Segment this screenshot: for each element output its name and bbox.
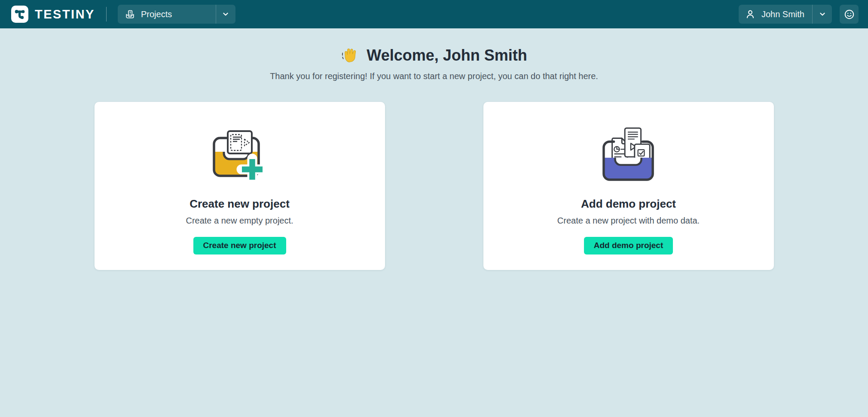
top-bar: TESTINY Projects [0, 0, 868, 28]
project-selector-main[interactable]: Projects [118, 5, 216, 24]
welcome-subtitle: Thank you for registering! If you want t… [0, 71, 868, 81]
demo-project-illustration [483, 117, 774, 191]
chevron-down-icon [221, 9, 230, 19]
user-name: John Smith [761, 9, 804, 19]
card-description: Create a new project with demo data. [483, 216, 774, 226]
add-demo-project-card: Add demo project Create a new project wi… [483, 102, 774, 270]
card-title: Create new project [95, 197, 385, 211]
main-content: Welcome, John Smith Thank you for regist… [0, 46, 868, 270]
card-description: Create a new empty project. [95, 216, 385, 226]
add-demo-project-button[interactable]: Add demo project [584, 237, 673, 254]
welcome-title-text: Welcome, John Smith [367, 46, 527, 65]
card-title: Add demo project [483, 197, 774, 211]
chevron-down-icon [818, 9, 827, 19]
topbar-divider [106, 7, 107, 21]
feedback-button[interactable] [840, 5, 859, 24]
project-cards: Create new project Create a new empty pr… [0, 102, 868, 270]
user-menu-chevron[interactable] [812, 5, 832, 24]
new-project-illustration [95, 117, 385, 191]
project-selector[interactable]: Projects [118, 5, 235, 24]
smiley-icon [844, 9, 855, 20]
testiny-logo-icon [11, 6, 28, 23]
project-selector-chevron[interactable] [216, 5, 235, 24]
projects-icon [125, 9, 135, 20]
welcome-title: Welcome, John Smith [0, 46, 868, 65]
create-project-card: Create new project Create a new empty pr… [95, 102, 385, 270]
user-icon [745, 9, 756, 20]
waving-hand-emoji [341, 46, 360, 65]
user-menu-main[interactable]: John Smith [739, 5, 812, 24]
brand-logo[interactable]: TESTINY [11, 6, 95, 23]
create-new-project-button[interactable]: Create new project [193, 237, 286, 254]
project-selector-label: Projects [141, 9, 172, 19]
brand-wordmark: TESTINY [35, 8, 95, 21]
user-menu-button[interactable]: John Smith [739, 5, 832, 24]
